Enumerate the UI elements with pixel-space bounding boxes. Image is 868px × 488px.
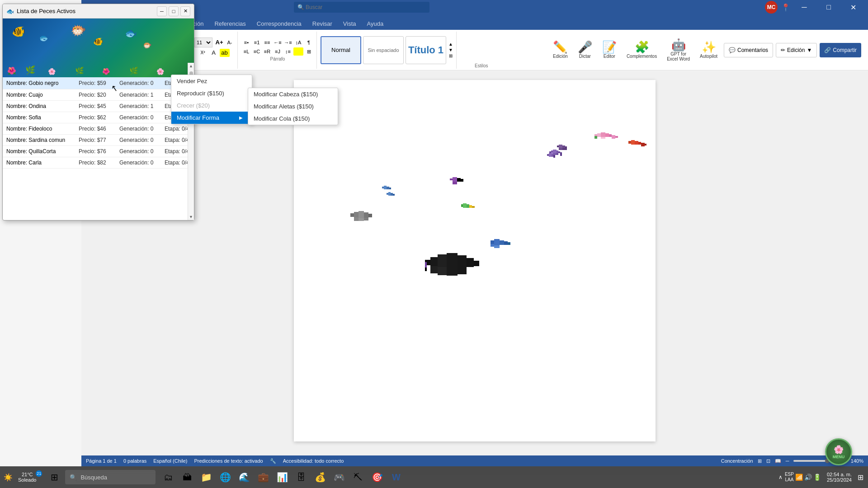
- styles-scroll-up[interactable]: ▲: [448, 42, 453, 47]
- start-button[interactable]: ⊞: [43, 466, 65, 488]
- align-left-btn[interactable]: ≡L: [241, 47, 251, 56]
- tab-referencias[interactable]: Referencias: [209, 18, 251, 30]
- multilevel-btn[interactable]: ≡≡: [262, 38, 272, 47]
- fish-row-sofia[interactable]: Nombre: Sofia Precio: $62 Generación: 0 …: [3, 112, 194, 123]
- ribbon-toolbar: 📋 Pegar ✂ ⧉ 🖌 Portapapeles Calibri (Cuer…: [81, 30, 868, 70]
- ctx-vender-pez[interactable]: Vender Pez: [171, 75, 252, 87]
- view-web-icon[interactable]: ⊡: [766, 458, 770, 464]
- tab-revisar[interactable]: Revisar: [307, 18, 338, 30]
- comments-btn[interactable]: 💬 Comentarios: [724, 43, 773, 57]
- taskbar-chrome-btn[interactable]: 🌐: [216, 468, 234, 486]
- fish-row-gobio[interactable]: Nombre: Gobio negro Precio: $59 Generaci…: [3, 77, 194, 89]
- view-read-icon[interactable]: 📖: [775, 458, 781, 464]
- justify-btn[interactable]: ≡J: [273, 47, 283, 56]
- share-btn[interactable]: 🔗 Compartir: [820, 43, 861, 57]
- taskbar-search[interactable]: 🔍 Búsqueda: [65, 470, 156, 484]
- fish-row-quillacorta[interactable]: Nombre: QuillaCorta Precio: $76 Generaci…: [3, 146, 194, 157]
- view-print-icon[interactable]: ⊞: [758, 458, 762, 464]
- fish-window-minimize-btn[interactable]: ─: [157, 6, 167, 16]
- increase-indent-btn[interactable]: →≡: [283, 38, 293, 47]
- ctx-modificar-forma[interactable]: Modificar Forma ▶: [171, 112, 252, 124]
- align-center-btn[interactable]: ≡C: [252, 47, 262, 56]
- fish-row-ondina[interactable]: Nombre: Ondina Precio: $45 Generación: 1…: [3, 101, 194, 112]
- taskbar-app9-btn[interactable]: 💰: [311, 468, 329, 486]
- sound-icon[interactable]: 🔊: [804, 474, 812, 481]
- zoom-out-btn[interactable]: ─: [786, 458, 789, 464]
- style-title1-btn[interactable]: Título 1: [406, 36, 446, 64]
- user-avatar[interactable]: MC: [765, 1, 778, 14]
- fish-row-carla[interactable]: Nombre: Carla Precio: $82 Generación: 0 …: [3, 157, 194, 169]
- word-search-input[interactable]: [294, 2, 429, 13]
- autopilot-btn[interactable]: ✨ Autopilot: [696, 40, 721, 60]
- svg-rect-13: [559, 148, 562, 150]
- menu-button[interactable]: 🌸 MENU: [825, 438, 852, 465]
- tab-ayuda[interactable]: Ayuda: [362, 18, 389, 30]
- wifi-icon[interactable]: 📶: [795, 474, 803, 481]
- taskbar-app10-btn[interactable]: 🎮: [330, 468, 348, 486]
- tab-vista[interactable]: Vista: [338, 18, 362, 30]
- chevron-up-icon[interactable]: ∧: [778, 474, 783, 480]
- focus-btn[interactable]: Concentración: [721, 458, 753, 464]
- style-normal-btn[interactable]: Normal: [321, 36, 361, 64]
- shading-btn[interactable]: [293, 47, 303, 56]
- taskbar-notification[interactable]: 21 ☀️ 21°C Soleado: [0, 468, 43, 486]
- taskbar-app7-btn[interactable]: 📊: [273, 468, 291, 486]
- ctx-reproducir[interactable]: Reproducir ($150): [171, 87, 252, 99]
- scroll-up-arrow[interactable]: ▲: [188, 63, 194, 69]
- fish-row-sardina[interactable]: Nombre: Sardina comun Precio: $77 Genera…: [3, 135, 194, 146]
- ctx-modificar-cola[interactable]: Modificar Cola ($150): [248, 113, 338, 125]
- decrease-indent-btn[interactable]: ←≡: [273, 38, 283, 47]
- taskbar-edge-btn[interactable]: 🌊: [235, 468, 253, 486]
- ctx-modificar-cabeza[interactable]: Modificar Cabeza ($150): [248, 88, 338, 100]
- sort-btn[interactable]: ↕A: [293, 38, 303, 47]
- edicion-btn[interactable]: ✏️ Edición: [549, 40, 571, 60]
- numbering-btn[interactable]: ≡1: [252, 38, 262, 47]
- font-shrink-btn[interactable]: A-: [225, 38, 235, 47]
- fish-row-fideoloco[interactable]: Nombre: Fideoloco Precio: $46 Generación…: [3, 123, 194, 135]
- location-icon[interactable]: 📍: [781, 3, 790, 12]
- language-indicator-taskbar: ESPLAA: [785, 472, 794, 483]
- notification-center-btn[interactable]: ⊞: [858, 473, 863, 482]
- titlebar-maximize-btn[interactable]: □: [818, 0, 839, 14]
- tab-correspondencia[interactable]: Correspondencia: [251, 18, 307, 30]
- language-indicator: Español (Chile): [153, 458, 187, 464]
- show-formatting-btn[interactable]: ¶: [304, 38, 314, 47]
- borders-btn[interactable]: ⊞: [304, 47, 314, 56]
- taskbar-explorer-btn[interactable]: 📁: [197, 468, 215, 486]
- superscript-btn[interactable]: X²: [198, 49, 208, 57]
- line-spacing-btn[interactable]: ↕≡: [283, 47, 293, 56]
- battery-icon[interactable]: 🔋: [813, 474, 821, 481]
- taskbar-teams-btn[interactable]: 💼: [254, 468, 272, 486]
- svg-rect-9: [557, 145, 559, 147]
- bullets-btn[interactable]: ≡•: [241, 38, 251, 47]
- styles-expand[interactable]: ⊞: [448, 53, 453, 58]
- fish-window-close-btn[interactable]: ✕: [180, 6, 190, 16]
- titlebar-close-btn[interactable]: ✕: [843, 0, 863, 14]
- complementos-btn[interactable]: 🧩 Complementos: [623, 40, 660, 60]
- taskbar-widgets-btn[interactable]: 🗂: [159, 468, 177, 486]
- style-no-space-btn[interactable]: Sin espaciado: [363, 36, 404, 64]
- editor-btn[interactable]: 📝 Editor: [599, 40, 620, 60]
- taskbar-files-btn[interactable]: 🗄: [292, 468, 310, 486]
- ctx-modificar-aletas[interactable]: Modificar Aletas ($150): [248, 100, 338, 113]
- taskbar-mountain-btn[interactable]: 🏔: [178, 468, 196, 486]
- font-color-btn[interactable]: A: [209, 49, 219, 57]
- fish-row-cuajo[interactable]: Nombre: Cuajo Precio: $20 Generación: 1 …: [3, 89, 194, 101]
- scroll-down-arrow[interactable]: ▼: [188, 214, 194, 220]
- highlight-btn[interactable]: ab: [220, 49, 230, 57]
- document-page[interactable]: [294, 80, 656, 441]
- styles-scroll-down[interactable]: ▼: [448, 47, 453, 52]
- system-clock[interactable]: 02:54 a. m. 25/10/2024: [823, 470, 855, 484]
- titlebar-minimize-btn[interactable]: ─: [794, 0, 815, 14]
- fish-window-maximize-btn[interactable]: □: [169, 6, 179, 16]
- taskbar-app12-btn[interactable]: 🎯: [368, 468, 386, 486]
- taskbar-word-btn[interactable]: W: [387, 468, 405, 486]
- gpt-btn[interactable]: 🤖 GPT forExcel Word: [663, 38, 693, 62]
- align-right-btn[interactable]: ≡R: [262, 47, 272, 56]
- edition-dropdown-btn[interactable]: ✏ Edición ▼: [776, 43, 817, 57]
- dictar-btn[interactable]: 🎤 Dictar: [574, 40, 596, 60]
- banner-coral-4: 🌸: [156, 68, 164, 75]
- taskbar-minecraft-btn[interactable]: ⛏: [349, 468, 367, 486]
- font-size-select[interactable]: 11: [194, 38, 212, 47]
- font-grow-btn[interactable]: A+: [214, 38, 224, 47]
